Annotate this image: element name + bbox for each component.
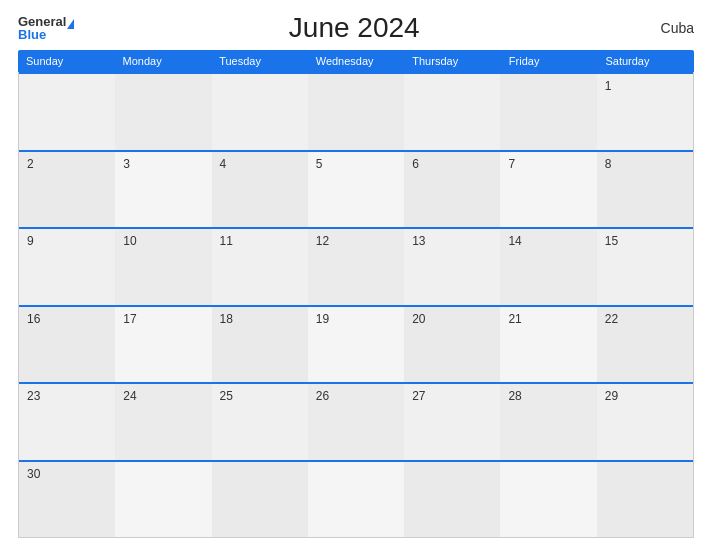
cell-r1-c6 (500, 74, 596, 150)
calendar-body: 1 2 3 4 5 6 7 8 9 10 11 12 13 14 15 (18, 72, 694, 538)
cell-r1-c4 (308, 74, 404, 150)
cell-r2-c3: 4 (212, 152, 308, 228)
cell-r5-c5: 27 (404, 384, 500, 460)
cell-r4-c3: 18 (212, 307, 308, 383)
cell-r2-c2: 3 (115, 152, 211, 228)
calendar-row-2: 2 3 4 5 6 7 8 (19, 150, 693, 228)
cell-r2-c7: 8 (597, 152, 693, 228)
cell-r3-c4: 12 (308, 229, 404, 305)
calendar-row-6: 30 (19, 460, 693, 538)
cell-r5-c3: 25 (212, 384, 308, 460)
cell-r3-c1: 9 (19, 229, 115, 305)
cell-r5-c1: 23 (19, 384, 115, 460)
cell-r5-c2: 24 (115, 384, 211, 460)
logo-triangle-icon (67, 19, 74, 29)
country-label: Cuba (634, 20, 694, 36)
cell-r1-c2 (115, 74, 211, 150)
cell-r3-c6: 14 (500, 229, 596, 305)
cell-r5-c4: 26 (308, 384, 404, 460)
calendar-header: Sunday Monday Tuesday Wednesday Thursday… (18, 50, 694, 72)
header-thursday: Thursday (404, 50, 501, 72)
cell-r3-c7: 15 (597, 229, 693, 305)
page: General Blue June 2024 Cuba Sunday Monda… (0, 0, 712, 550)
calendar: Sunday Monday Tuesday Wednesday Thursday… (18, 50, 694, 538)
cell-r1-c5 (404, 74, 500, 150)
cell-r6-c1: 30 (19, 462, 115, 538)
cell-r2-c5: 6 (404, 152, 500, 228)
cell-r5-c6: 28 (500, 384, 596, 460)
header: General Blue June 2024 Cuba (18, 12, 694, 44)
calendar-row-1: 1 (19, 72, 693, 150)
cell-r5-c7: 29 (597, 384, 693, 460)
cell-r2-c1: 2 (19, 152, 115, 228)
cell-r3-c5: 13 (404, 229, 500, 305)
cell-r6-c5 (404, 462, 500, 538)
header-saturday: Saturday (597, 50, 694, 72)
header-tuesday: Tuesday (211, 50, 308, 72)
cell-r6-c6 (500, 462, 596, 538)
cell-r1-c7: 1 (597, 74, 693, 150)
cell-r4-c6: 21 (500, 307, 596, 383)
calendar-title: June 2024 (74, 12, 634, 44)
cell-r6-c3 (212, 462, 308, 538)
calendar-row-5: 23 24 25 26 27 28 29 (19, 382, 693, 460)
cell-r4-c2: 17 (115, 307, 211, 383)
cell-r4-c5: 20 (404, 307, 500, 383)
cell-r1-c1 (19, 74, 115, 150)
header-sunday: Sunday (18, 50, 115, 72)
cell-r1-c3 (212, 74, 308, 150)
cell-r3-c3: 11 (212, 229, 308, 305)
cell-r6-c2 (115, 462, 211, 538)
cell-r6-c4 (308, 462, 404, 538)
cell-r4-c1: 16 (19, 307, 115, 383)
logo-blue-text: Blue (18, 28, 46, 41)
header-friday: Friday (501, 50, 598, 72)
cell-r4-c4: 19 (308, 307, 404, 383)
header-monday: Monday (115, 50, 212, 72)
calendar-row-3: 9 10 11 12 13 14 15 (19, 227, 693, 305)
header-wednesday: Wednesday (308, 50, 405, 72)
logo: General Blue (18, 15, 74, 41)
cell-r2-c6: 7 (500, 152, 596, 228)
cell-r6-c7 (597, 462, 693, 538)
cell-r3-c2: 10 (115, 229, 211, 305)
cell-r2-c4: 5 (308, 152, 404, 228)
cell-r4-c7: 22 (597, 307, 693, 383)
calendar-row-4: 16 17 18 19 20 21 22 (19, 305, 693, 383)
